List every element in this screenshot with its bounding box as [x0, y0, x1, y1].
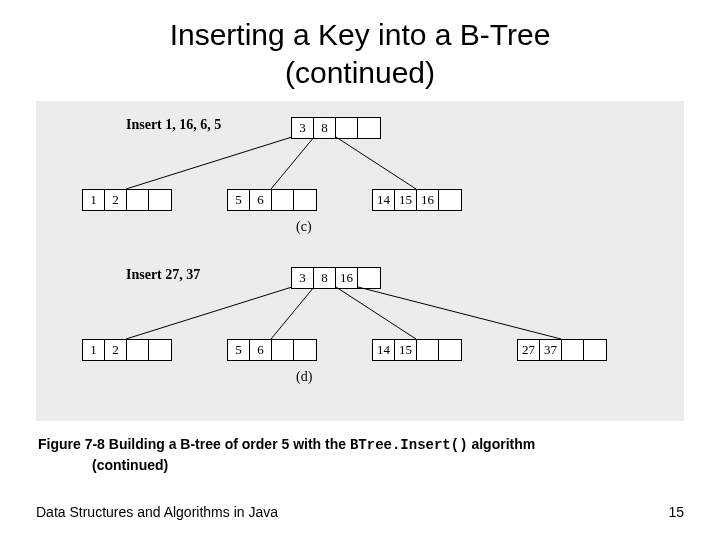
btree-root-c: 3 8: [291, 117, 381, 139]
node-cell: 16: [336, 268, 358, 288]
subfig-label-d: (d): [296, 369, 312, 385]
node-cell: 2: [105, 340, 127, 360]
btree-child-d-2: 14 15: [372, 339, 462, 361]
node-cell: [439, 190, 461, 210]
node-cell: 8: [314, 268, 336, 288]
node-cell: 6: [250, 340, 272, 360]
node-cell: [336, 118, 358, 138]
footer-source: Data Structures and Algorithms in Java: [36, 504, 278, 520]
node-cell: [149, 190, 171, 210]
node-cell: 2: [105, 190, 127, 210]
node-cell: 8: [314, 118, 336, 138]
svg-line-5: [336, 287, 416, 339]
node-cell: [358, 118, 380, 138]
node-cell: 1: [83, 340, 105, 360]
node-cell: 3: [292, 268, 314, 288]
node-cell: [294, 340, 316, 360]
node-cell: [272, 190, 294, 210]
svg-line-4: [271, 287, 314, 339]
caption-code: BTree.Insert(): [350, 437, 468, 453]
node-cell: 5: [228, 190, 250, 210]
caption-continued: (continued): [38, 456, 684, 476]
svg-line-1: [271, 137, 314, 189]
btree-child-d-0: 1 2: [82, 339, 172, 361]
btree-child-c-0: 1 2: [82, 189, 172, 211]
btree-edges: [36, 101, 684, 421]
btree-child-c-2: 14 15 16: [372, 189, 462, 211]
slide-title: Inserting a Key into a B-Tree (continued…: [36, 16, 684, 91]
node-cell: [294, 190, 316, 210]
node-cell: 5: [228, 340, 250, 360]
node-cell: [149, 340, 171, 360]
node-cell: [584, 340, 606, 360]
title-line-1: Inserting a Key into a B-Tree: [170, 18, 551, 51]
node-cell: [127, 190, 149, 210]
caption-suffix: algorithm: [468, 436, 536, 452]
subfig-label-c: (c): [296, 219, 312, 235]
node-cell: 3: [292, 118, 314, 138]
node-cell: [127, 340, 149, 360]
node-cell: 37: [540, 340, 562, 360]
insert-label-d: Insert 27, 37: [126, 267, 200, 283]
node-cell: 6: [250, 190, 272, 210]
page-number: 15: [668, 504, 684, 520]
node-cell: [439, 340, 461, 360]
figure-caption: Figure 7-8 Building a B-tree of order 5 …: [36, 435, 684, 475]
title-line-2: (continued): [285, 56, 435, 89]
node-cell: [358, 268, 380, 288]
svg-line-0: [126, 137, 292, 189]
node-cell: [272, 340, 294, 360]
svg-line-2: [336, 137, 416, 189]
caption-prefix: Figure 7-8 Building a B-tree of order 5 …: [38, 436, 350, 452]
node-cell: 14: [373, 190, 395, 210]
node-cell: [417, 340, 439, 360]
node-cell: 14: [373, 340, 395, 360]
node-cell: 1: [83, 190, 105, 210]
diagram-panel: Insert 1, 16, 6, 5 3 8 1 2 5 6 14 15 16 …: [36, 101, 684, 421]
node-cell: [562, 340, 584, 360]
node-cell: 27: [518, 340, 540, 360]
svg-line-3: [126, 287, 292, 339]
svg-line-6: [358, 287, 561, 339]
node-cell: 15: [395, 340, 417, 360]
btree-child-c-1: 5 6: [227, 189, 317, 211]
btree-child-d-3: 27 37: [517, 339, 607, 361]
node-cell: 16: [417, 190, 439, 210]
btree-root-d: 3 8 16: [291, 267, 381, 289]
btree-child-d-1: 5 6: [227, 339, 317, 361]
slide: Inserting a Key into a B-Tree (continued…: [0, 0, 720, 540]
insert-label-c: Insert 1, 16, 6, 5: [126, 117, 221, 133]
node-cell: 15: [395, 190, 417, 210]
